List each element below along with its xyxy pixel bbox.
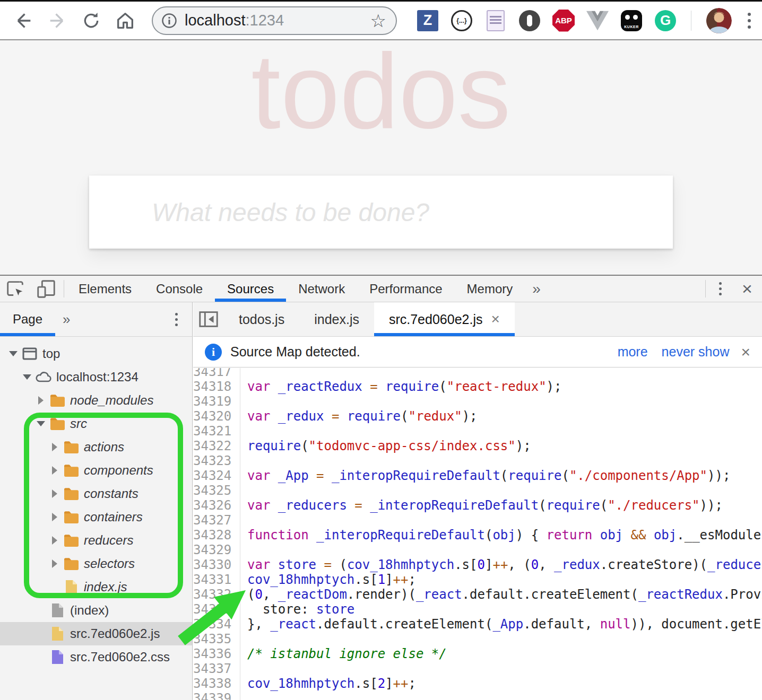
sourcemap-close-icon[interactable]: × — [741, 343, 750, 361]
kuker-icon[interactable]: KUKER — [620, 10, 643, 32]
adblock-plus-icon[interactable]: ABP — [552, 10, 575, 32]
chevron-right-icon[interactable] — [49, 513, 60, 521]
line-number[interactable]: 34336 — [193, 646, 232, 661]
url-text[interactable]: localhost:1234 — [185, 12, 370, 29]
chevron-right-icon[interactable] — [49, 559, 60, 568]
tree-item-components[interactable]: components — [0, 459, 192, 482]
line-number[interactable]: 34337 — [193, 661, 232, 676]
tree-item-label: top — [42, 346, 60, 361]
tree-item-src-7ed060e2-js[interactable]: src.7ed060e2.js — [0, 622, 192, 645]
code-text: (0, _reactDom.render)(_react.default.cre… — [232, 587, 762, 602]
chevron-right-icon[interactable] — [49, 466, 60, 475]
tree-item--index-[interactable]: (index) — [0, 599, 192, 622]
line-number[interactable]: 34325 — [193, 483, 232, 498]
bookmark-star-icon[interactable]: ☆ — [370, 12, 386, 30]
inspect-element-icon[interactable] — [0, 276, 31, 302]
tree-item-top[interactable]: top — [0, 342, 192, 365]
code-line: 34317 — [193, 368, 762, 379]
vue-devtools-icon[interactable] — [586, 10, 609, 32]
tree-item-selectors[interactable]: selectors — [0, 552, 192, 575]
navigator-more-chevron-icon[interactable]: » — [55, 302, 77, 336]
tab-elements[interactable]: Elements — [66, 276, 144, 302]
line-number[interactable]: 34334 — [193, 617, 232, 632]
file-tree: toplocalhost:1234node_modulessrcactionsc… — [0, 337, 192, 669]
file-js-icon — [63, 579, 80, 596]
tab-network[interactable]: Network — [286, 276, 357, 302]
chevron-down-icon[interactable] — [21, 374, 33, 380]
line-number[interactable]: 34330 — [193, 557, 232, 572]
reload-icon[interactable] — [80, 9, 103, 32]
tree-item-src[interactable]: src — [0, 412, 192, 435]
tree-item-localhost-1234[interactable]: localhost:1234 — [0, 365, 192, 389]
url-bar[interactable]: localhost:1234 ☆ — [152, 6, 397, 35]
editor-tabs: todos.jsindex.jssrc.7ed060e2.js× — [224, 302, 515, 336]
devtools-close-icon[interactable]: × — [732, 276, 762, 302]
code-text: var store = (cov_18hmhptych.s[0]++, (0, … — [232, 557, 762, 572]
editor-tab-todos-js[interactable]: todos.js — [224, 302, 299, 336]
line-number[interactable]: 34319 — [193, 394, 232, 409]
line-number[interactable]: 34326 — [193, 498, 232, 513]
chevron-down-icon[interactable] — [35, 421, 47, 426]
line-number[interactable]: 34321 — [193, 424, 232, 439]
line-number[interactable]: 34323 — [193, 453, 232, 468]
line-number[interactable]: 34317 — [193, 368, 232, 379]
line-number[interactable]: 34320 — [193, 409, 232, 424]
device-toolbar-icon[interactable] — [31, 276, 62, 302]
line-number[interactable]: 34329 — [193, 542, 232, 557]
notes-icon[interactable] — [484, 10, 507, 32]
editor-tab-src-7ed060e2-js[interactable]: src.7ed060e2.js× — [374, 302, 515, 336]
line-number[interactable]: 34324 — [193, 468, 232, 483]
line-number[interactable]: 34322 — [193, 439, 232, 453]
tree-item-index-js[interactable]: index.js — [0, 575, 192, 599]
tree-item-actions[interactable]: actions — [0, 435, 192, 459]
tree-item-containers[interactable]: containers — [0, 505, 192, 529]
onepassword-icon[interactable] — [518, 10, 541, 32]
chevron-right-icon[interactable] — [35, 396, 47, 405]
browser-menu-kebab-icon[interactable] — [743, 9, 755, 32]
profile-avatar[interactable] — [706, 8, 732, 33]
code-line: 34334}, _react.default.createElement(_Ap… — [193, 617, 762, 632]
folder-icon — [49, 415, 66, 432]
chevron-right-icon[interactable] — [49, 443, 60, 451]
devtools-menu-kebab-icon[interactable] — [708, 276, 732, 302]
tab-sources[interactable]: Sources — [215, 276, 286, 302]
hide-navigator-icon[interactable] — [193, 302, 224, 336]
code-line: 34335 — [193, 632, 762, 646]
forward-icon[interactable] — [46, 9, 69, 32]
tab-memory[interactable]: Memory — [455, 276, 525, 302]
sourcemap-more-link[interactable]: more — [618, 344, 648, 360]
chevron-right-icon[interactable] — [49, 536, 60, 545]
tree-item-src-7ed060e2-css[interactable]: src.7ed060e2.css — [0, 645, 192, 669]
sourcemap-never-show-link[interactable]: never show — [662, 344, 730, 360]
page-info-icon[interactable] — [161, 13, 177, 29]
line-number[interactable]: 34338 — [193, 676, 232, 691]
grammarly-icon[interactable]: G — [654, 10, 677, 32]
new-todo-input[interactable] — [89, 176, 673, 249]
zotero-icon[interactable]: Z — [417, 10, 439, 32]
json-brackets-icon[interactable]: {...} — [451, 10, 473, 32]
tab-close-icon[interactable]: × — [491, 312, 499, 327]
line-number[interactable]: 34331 — [193, 572, 232, 587]
tree-item-constants[interactable]: constants — [0, 482, 192, 505]
tab-console[interactable]: Console — [144, 276, 215, 302]
line-number[interactable]: 34327 — [193, 513, 232, 528]
tree-item-label: selectors — [84, 556, 135, 571]
line-number[interactable]: 34339 — [193, 691, 232, 700]
navigator-kebab-icon[interactable] — [160, 302, 192, 336]
line-number[interactable]: 34335 — [193, 632, 232, 646]
line-number[interactable]: 34318 — [193, 379, 232, 394]
chevron-right-icon[interactable] — [49, 489, 60, 498]
back-icon[interactable] — [12, 9, 35, 32]
home-icon[interactable] — [114, 9, 137, 32]
tree-item-node-modules[interactable]: node_modules — [0, 389, 192, 412]
tab-performance[interactable]: Performance — [357, 276, 454, 302]
code-editor[interactable]: 3431734318var _reactRedux = require("rea… — [193, 368, 762, 700]
more-tabs-chevron-icon[interactable]: » — [525, 276, 548, 302]
chevron-down-icon[interactable] — [7, 351, 19, 356]
tree-item-reducers[interactable]: reducers — [0, 529, 192, 552]
line-number[interactable]: 34332 — [193, 587, 232, 602]
line-number[interactable]: 34333 — [193, 602, 232, 617]
tab-page[interactable]: Page — [0, 302, 55, 336]
editor-tab-index-js[interactable]: index.js — [299, 302, 374, 336]
line-number[interactable]: 34328 — [193, 528, 232, 542]
